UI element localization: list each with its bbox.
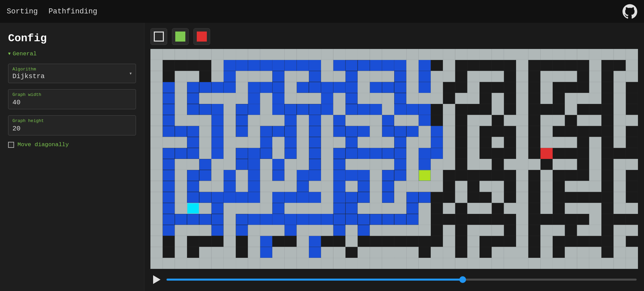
playback-slider[interactable] [167, 279, 637, 281]
canvas-area [144, 23, 644, 291]
nav-pathfinding[interactable]: Pathfinding [48, 7, 97, 16]
algorithm-field-group: Algorithm Dijkstra A* BFS DFS ▾ [8, 64, 136, 83]
config-title: Config [8, 32, 136, 45]
algorithm-label: Algorithm [12, 67, 124, 72]
nav-sorting[interactable]: Sorting [7, 7, 38, 16]
graph-width-value: 40 [12, 99, 132, 106]
github-icon[interactable] [623, 4, 637, 19]
graph-height-group: Graph height 20 [8, 115, 136, 135]
move-diagonally-row[interactable]: Move diagonally [8, 141, 136, 148]
end-cell-button[interactable] [193, 28, 210, 45]
icon-buttons [150, 28, 638, 45]
play-icon [153, 275, 160, 284]
main-content: Config General Algorithm Dijkstra A* BFS… [0, 23, 644, 291]
graph-width-group: Graph width 40 [8, 89, 136, 109]
graph-height-label: Graph height [12, 118, 132, 123]
graph-width-field[interactable]: Graph width 40 [8, 89, 136, 109]
start-cell-icon [175, 32, 185, 42]
maze-container[interactable] [150, 49, 638, 269]
wall-cell-button[interactable] [150, 28, 167, 45]
move-diagonally-checkbox[interactable] [8, 142, 14, 148]
slider-thumb[interactable] [459, 276, 466, 283]
algorithm-select[interactable]: Dijkstra A* BFS DFS [12, 72, 124, 80]
slider-fill [167, 279, 463, 281]
section-header-general: General [8, 51, 136, 57]
move-diagonally-label: Move diagonally [17, 141, 69, 148]
maze-canvas[interactable] [150, 49, 638, 269]
algorithm-select-wrapper[interactable]: Algorithm Dijkstra A* BFS DFS ▾ [8, 64, 136, 83]
graph-height-field[interactable]: Graph height 20 [8, 115, 136, 135]
nav-links: Sorting Pathfinding [7, 7, 623, 16]
graph-width-label: Graph width [12, 92, 132, 97]
end-cell-icon [197, 32, 207, 42]
start-cell-button[interactable] [172, 28, 189, 45]
graph-height-value: 20 [12, 125, 132, 132]
playback-bar [150, 272, 638, 287]
navbar: Sorting Pathfinding [0, 0, 644, 23]
sidebar: Config General Algorithm Dijkstra A* BFS… [0, 23, 144, 291]
wall-cell-icon [154, 32, 164, 42]
select-arrow-icon: ▾ [129, 70, 132, 77]
play-button[interactable] [152, 275, 162, 285]
